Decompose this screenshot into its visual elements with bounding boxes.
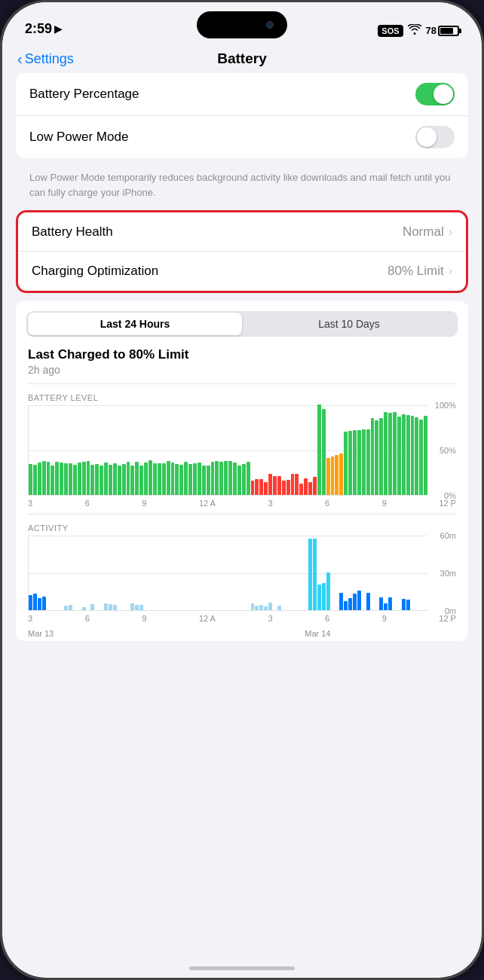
status-right: SOS 78 [378,24,459,37]
charge-info: Last Charged to 80% Limit 2h ago [16,347,468,380]
charging-optimization-label: Charging Optimization [32,264,158,279]
wifi-icon [408,24,421,37]
charging-optimization-row[interactable]: Charging Optimization 80% Limit › [18,252,466,291]
battery-percentage-row[interactable]: Battery Percentage [16,73,468,116]
month-labels: Mar 13 Mar 14 [28,626,456,641]
time-range-selector[interactable]: Last 24 Hours Last 10 Days [26,311,458,337]
phone-frame: 2:59 ▶ SOS 78 [0,0,484,980]
battery-icon [438,26,459,36]
battery-level-label: BATTERY LEVEL [16,387,468,405]
battery-chart [28,405,427,496]
status-time: 2:59 ▶ [25,21,62,37]
toggle-knob [433,84,453,104]
y-label-100: 100% [435,401,456,410]
battery-percent-text: 78 [426,25,437,36]
settings-group-2: Battery Health Normal › Charging Optimiz… [16,210,468,293]
back-label: Settings [25,51,74,67]
screen: 2:59 ▶ SOS 78 [2,2,482,978]
charging-optimization-chevron-icon: › [449,264,452,278]
dynamic-island [197,11,287,38]
battery-percentage-label: Battery Percentage [29,87,139,102]
settings-group-1: Battery Percentage Low Power Mode [16,73,468,158]
back-button[interactable]: ‹ Settings [17,50,74,68]
nav-bar: ‹ Settings Battery [2,43,482,73]
battery-percentage-toggle[interactable] [415,83,455,105]
activity-chart [28,536,427,611]
battery-health-label: Battery Health [32,224,113,240]
content-area: Battery Percentage Low Power Mode Low Po… [2,73,482,649]
divider-2 [28,514,456,514]
low-power-mode-toggle[interactable] [415,126,455,148]
battery-chart-wrapper: 100% 50% 0% 3 6 9 12 A 3 6 9 [16,405,468,511]
y-label-0m: 0m [445,606,456,615]
toggle-knob-2 [417,127,437,147]
home-indicator [189,966,295,970]
page-title: Battery [217,50,266,67]
y-label-50: 50% [440,446,456,455]
activity-chart-wrapper: 60m 30m 0m 3 6 9 12 A 3 6 9 [16,536,468,641]
activity-x-labels: 3 6 9 12 A 3 6 9 12 P [28,611,456,626]
sos-badge: SOS [378,25,403,37]
charge-sub: 2h ago [28,364,456,376]
y-label-0: 0% [444,491,456,500]
status-bar: 2:59 ▶ SOS 78 [2,2,482,43]
segment-10d[interactable]: Last 10 Days [242,313,456,335]
location-icon: ▶ [54,23,62,35]
charging-optimization-value: 80% Limit [388,264,444,279]
battery-fill [440,28,453,34]
camera-dot [266,21,274,29]
segment-24h[interactable]: Last 24 Hours [28,313,242,335]
y-label-60m: 60m [440,531,456,540]
battery-health-value-area: Normal › [403,224,452,240]
battery-x-labels: 3 6 9 12 A 3 6 9 12 P [28,496,456,511]
chart-section: Last 24 Hours Last 10 Days Last Charged … [16,301,468,641]
charge-title: Last Charged to 80% Limit [28,347,456,362]
battery-health-row[interactable]: Battery Health Normal › [18,212,466,252]
activity-label: ACTIVITY [16,517,468,536]
low-power-description: Low Power Mode temporarily reduces backg… [16,166,468,210]
battery-indicator: 78 [426,25,459,36]
y-label-30m: 30m [440,569,456,578]
low-power-mode-row[interactable]: Low Power Mode [16,116,468,158]
charging-optimization-value-area: 80% Limit › [388,264,452,279]
battery-health-value: Normal [403,224,444,240]
divider-1 [28,383,456,384]
low-power-mode-label: Low Power Mode [29,130,128,145]
battery-health-chevron-icon: › [449,225,452,239]
back-chevron-icon: ‹ [17,50,23,68]
time-display: 2:59 [25,21,52,37]
